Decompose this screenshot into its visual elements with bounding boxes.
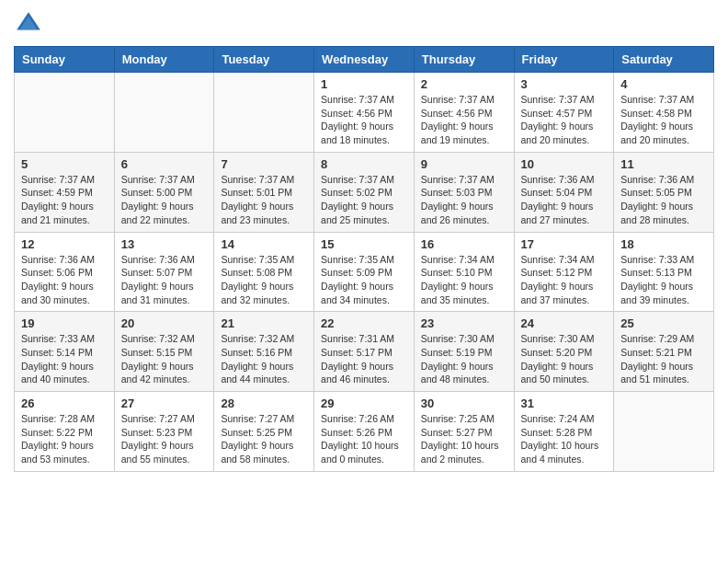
- day-info: Sunrise: 7:37 AM Sunset: 5:02 PM Dayligh…: [321, 173, 407, 227]
- day-number: 9: [421, 157, 507, 171]
- calendar-cell: 16Sunrise: 7:34 AM Sunset: 5:10 PM Dayli…: [414, 232, 514, 312]
- calendar-cell: 18Sunrise: 7:33 AM Sunset: 5:13 PM Dayli…: [614, 232, 714, 312]
- day-number: 24: [521, 316, 608, 330]
- day-number: 29: [321, 396, 407, 410]
- calendar-cell: 25Sunrise: 7:29 AM Sunset: 5:21 PM Dayli…: [614, 312, 714, 392]
- calendar-cell: 20Sunrise: 7:32 AM Sunset: 5:15 PM Dayli…: [114, 312, 214, 392]
- calendar-cell: 4Sunrise: 7:37 AM Sunset: 4:58 PM Daylig…: [614, 73, 714, 153]
- calendar-cell: 15Sunrise: 7:35 AM Sunset: 5:09 PM Dayli…: [314, 232, 415, 312]
- calendar-week-row: 12Sunrise: 7:36 AM Sunset: 5:06 PM Dayli…: [15, 232, 714, 312]
- calendar-cell: 14Sunrise: 7:35 AM Sunset: 5:08 PM Dayli…: [214, 232, 314, 312]
- day-number: 5: [21, 157, 108, 171]
- header: [14, 9, 714, 39]
- day-info: Sunrise: 7:37 AM Sunset: 4:56 PM Dayligh…: [421, 93, 507, 147]
- day-number: 26: [21, 396, 108, 410]
- day-info: Sunrise: 7:37 AM Sunset: 4:56 PM Dayligh…: [321, 93, 407, 147]
- day-of-week-header: Saturday: [614, 47, 714, 73]
- calendar-cell: 6Sunrise: 7:37 AM Sunset: 5:00 PM Daylig…: [114, 152, 214, 232]
- day-info: Sunrise: 7:28 AM Sunset: 5:22 PM Dayligh…: [21, 412, 108, 466]
- day-info: Sunrise: 7:37 AM Sunset: 5:00 PM Dayligh…: [121, 173, 208, 227]
- day-number: 7: [221, 157, 307, 171]
- day-number: 23: [421, 316, 507, 330]
- calendar-cell: 3Sunrise: 7:37 AM Sunset: 4:57 PM Daylig…: [514, 73, 614, 153]
- day-number: 25: [620, 316, 707, 330]
- day-info: Sunrise: 7:26 AM Sunset: 5:26 PM Dayligh…: [321, 412, 407, 466]
- calendar-cell: 22Sunrise: 7:31 AM Sunset: 5:17 PM Dayli…: [314, 312, 415, 392]
- calendar-week-row: 26Sunrise: 7:28 AM Sunset: 5:22 PM Dayli…: [15, 392, 714, 472]
- day-number: 6: [121, 157, 208, 171]
- calendar-cell: 28Sunrise: 7:27 AM Sunset: 5:25 PM Dayli…: [214, 392, 314, 472]
- day-of-week-header: Sunday: [15, 47, 115, 73]
- day-info: Sunrise: 7:34 AM Sunset: 5:10 PM Dayligh…: [421, 253, 507, 307]
- day-info: Sunrise: 7:32 AM Sunset: 5:16 PM Dayligh…: [221, 332, 307, 386]
- day-number: 15: [321, 237, 407, 251]
- calendar-cell: 13Sunrise: 7:36 AM Sunset: 5:07 PM Dayli…: [114, 232, 214, 312]
- day-info: Sunrise: 7:35 AM Sunset: 5:09 PM Dayligh…: [321, 253, 407, 307]
- calendar-cell: 12Sunrise: 7:36 AM Sunset: 5:06 PM Dayli…: [15, 232, 115, 312]
- day-number: 20: [121, 316, 208, 330]
- day-info: Sunrise: 7:37 AM Sunset: 4:59 PM Dayligh…: [21, 173, 108, 227]
- day-info: Sunrise: 7:37 AM Sunset: 4:57 PM Dayligh…: [521, 93, 608, 147]
- calendar-cell: 19Sunrise: 7:33 AM Sunset: 5:14 PM Dayli…: [15, 312, 115, 392]
- day-info: Sunrise: 7:35 AM Sunset: 5:08 PM Dayligh…: [221, 253, 307, 307]
- day-info: Sunrise: 7:36 AM Sunset: 5:04 PM Dayligh…: [521, 173, 608, 227]
- day-info: Sunrise: 7:29 AM Sunset: 5:21 PM Dayligh…: [620, 332, 707, 386]
- calendar-cell: 31Sunrise: 7:24 AM Sunset: 5:28 PM Dayli…: [514, 392, 614, 472]
- day-of-week-header: Monday: [114, 47, 214, 73]
- day-info: Sunrise: 7:25 AM Sunset: 5:27 PM Dayligh…: [421, 412, 507, 466]
- calendar-cell: 21Sunrise: 7:32 AM Sunset: 5:16 PM Dayli…: [214, 312, 314, 392]
- day-info: Sunrise: 7:37 AM Sunset: 4:58 PM Dayligh…: [620, 93, 707, 147]
- calendar-cell: 5Sunrise: 7:37 AM Sunset: 4:59 PM Daylig…: [15, 152, 115, 232]
- calendar-cell: 17Sunrise: 7:34 AM Sunset: 5:12 PM Dayli…: [514, 232, 614, 312]
- day-number: 3: [521, 77, 608, 91]
- day-number: 28: [221, 396, 307, 410]
- day-number: 2: [421, 77, 507, 91]
- day-info: Sunrise: 7:34 AM Sunset: 5:12 PM Dayligh…: [521, 253, 608, 307]
- day-info: Sunrise: 7:27 AM Sunset: 5:25 PM Dayligh…: [221, 412, 307, 466]
- calendar-cell: 2Sunrise: 7:37 AM Sunset: 4:56 PM Daylig…: [414, 73, 514, 153]
- logo-icon: [14, 9, 43, 39]
- day-number: 30: [421, 396, 507, 410]
- day-number: 19: [21, 316, 108, 330]
- day-of-week-header: Tuesday: [214, 47, 314, 73]
- day-of-week-header: Friday: [514, 47, 614, 73]
- day-of-week-header: Wednesday: [314, 47, 415, 73]
- day-info: Sunrise: 7:30 AM Sunset: 5:20 PM Dayligh…: [521, 332, 608, 386]
- day-info: Sunrise: 7:37 AM Sunset: 5:01 PM Dayligh…: [221, 173, 307, 227]
- day-info: Sunrise: 7:33 AM Sunset: 5:13 PM Dayligh…: [620, 253, 707, 307]
- calendar-cell: 26Sunrise: 7:28 AM Sunset: 5:22 PM Dayli…: [15, 392, 115, 472]
- day-info: Sunrise: 7:36 AM Sunset: 5:05 PM Dayligh…: [620, 173, 707, 227]
- calendar-table: SundayMondayTuesdayWednesdayThursdayFrid…: [14, 46, 714, 472]
- calendar-cell: 10Sunrise: 7:36 AM Sunset: 5:04 PM Dayli…: [514, 152, 614, 232]
- day-info: Sunrise: 7:33 AM Sunset: 5:14 PM Dayligh…: [21, 332, 108, 386]
- calendar-cell: 8Sunrise: 7:37 AM Sunset: 5:02 PM Daylig…: [314, 152, 415, 232]
- day-info: Sunrise: 7:24 AM Sunset: 5:28 PM Dayligh…: [521, 412, 608, 466]
- calendar-cell: 11Sunrise: 7:36 AM Sunset: 5:05 PM Dayli…: [614, 152, 714, 232]
- day-info: Sunrise: 7:36 AM Sunset: 5:07 PM Dayligh…: [121, 253, 208, 307]
- day-info: Sunrise: 7:27 AM Sunset: 5:23 PM Dayligh…: [121, 412, 208, 466]
- calendar-week-row: 5Sunrise: 7:37 AM Sunset: 4:59 PM Daylig…: [15, 152, 714, 232]
- day-number: 22: [321, 316, 407, 330]
- day-number: 31: [521, 396, 608, 410]
- day-number: 14: [221, 237, 307, 251]
- calendar-cell: [614, 392, 714, 472]
- day-number: 27: [121, 396, 208, 410]
- day-number: 17: [521, 237, 608, 251]
- calendar-cell: 27Sunrise: 7:27 AM Sunset: 5:23 PM Dayli…: [114, 392, 214, 472]
- day-of-week-header: Thursday: [414, 47, 514, 73]
- day-number: 8: [321, 157, 407, 171]
- day-number: 11: [620, 157, 707, 171]
- day-info: Sunrise: 7:37 AM Sunset: 5:03 PM Dayligh…: [421, 173, 507, 227]
- calendar-week-row: 1Sunrise: 7:37 AM Sunset: 4:56 PM Daylig…: [15, 73, 714, 153]
- day-number: 16: [421, 237, 507, 251]
- calendar-cell: [114, 73, 214, 153]
- day-number: 18: [620, 237, 707, 251]
- calendar-cell: 29Sunrise: 7:26 AM Sunset: 5:26 PM Dayli…: [314, 392, 415, 472]
- calendar-cell: [214, 73, 314, 153]
- day-number: 4: [620, 77, 707, 91]
- day-number: 12: [21, 237, 108, 251]
- day-info: Sunrise: 7:32 AM Sunset: 5:15 PM Dayligh…: [121, 332, 208, 386]
- calendar-cell: 24Sunrise: 7:30 AM Sunset: 5:20 PM Dayli…: [514, 312, 614, 392]
- day-number: 13: [121, 237, 208, 251]
- calendar-cell: 30Sunrise: 7:25 AM Sunset: 5:27 PM Dayli…: [414, 392, 514, 472]
